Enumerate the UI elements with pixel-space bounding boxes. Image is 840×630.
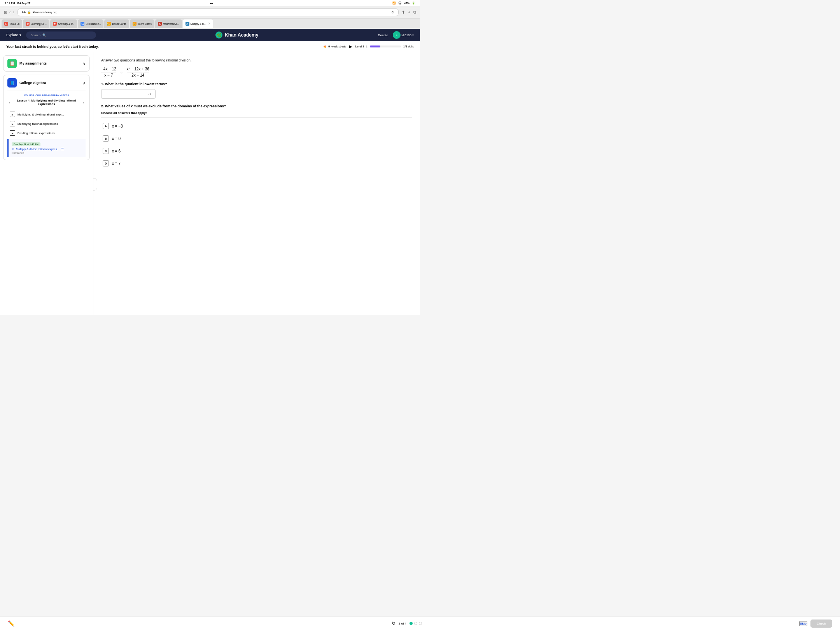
lesson-next-button[interactable]: ›: [83, 100, 84, 105]
streak-bar: Your last streak is behind you, so let's…: [0, 41, 420, 52]
divide-operator: ÷: [120, 70, 123, 75]
book-icon: 📘: [10, 81, 14, 85]
tab-anatomy[interactable]: ★ Anatomy & P...: [50, 19, 77, 28]
due-badge: Due Sep 27 at 1:40 PM: [12, 142, 40, 146]
reload-button[interactable]: ↻: [391, 10, 394, 14]
lesson-item-1[interactable]: ▶ Multiplying & dividing rational expr..…: [7, 110, 86, 119]
assignment-header: Due Sep 27 at 1:40 PM: [12, 142, 82, 147]
choice-b[interactable]: B x = 0: [101, 133, 412, 144]
tab-icon-340i: G: [80, 22, 84, 26]
user-menu[interactable]: s s26180 ▾: [393, 31, 414, 39]
tab-icon-montverde: X: [158, 22, 162, 26]
choice-c[interactable]: C x = 6: [101, 145, 412, 156]
url-bar[interactable]: AA 🔒 khanacademy.org ↻: [18, 8, 399, 16]
college-algebra-header[interactable]: 📘 College Algebra ∧: [7, 78, 86, 88]
lesson-item-label-1: Multiplying & dividing rational expr...: [18, 113, 64, 116]
play-icon-3: ▶: [12, 132, 14, 135]
assignments-chevron-icon: ∨: [83, 61, 86, 66]
skills-count: 1/3 skills: [403, 45, 414, 48]
lesson-items: ▶ Multiplying & dividing rational expr..…: [7, 110, 86, 157]
right-panel: ‹ Answer two questions about the followi…: [93, 52, 420, 315]
aa-label: AA: [22, 10, 26, 14]
browser-actions: ⬆ + ⧉: [402, 10, 416, 15]
question-2-label: 2. What values of x must we exclude from…: [101, 104, 412, 108]
assignment-list-icon: ☰: [61, 147, 64, 151]
lesson-item-label-2: Multiplying rational expressions: [18, 122, 58, 126]
explore-menu[interactable]: Explore ▾: [6, 33, 21, 37]
tab-icon-anatomy: ★: [53, 22, 57, 26]
info-icon: ℹ: [366, 45, 368, 48]
lesson-item-2[interactable]: ▶ Multiplying rational expressions: [7, 119, 86, 128]
status-bar: 1:11 PM Fri Sep 27 ••• 📶 🎧 47% 🔋: [0, 0, 420, 6]
play-button-1: ▶: [10, 112, 15, 117]
assignment-link[interactable]: ✏ Multiply & divide rational expres... ☰: [12, 147, 82, 151]
numerator-2: x² − 12x + 36: [127, 67, 149, 72]
fraction-left: −4x − 12 x − 7: [101, 67, 116, 77]
username: s26180: [401, 33, 411, 37]
play-icon-2: ▶: [12, 122, 14, 125]
choice-math-d: x = 7: [112, 161, 121, 166]
tab-learning[interactable]: ★ Learning Ce...: [23, 19, 49, 28]
denominator-2: 2x − 14: [131, 72, 144, 77]
denominator-1: x − 7: [104, 72, 113, 77]
tab-montverde[interactable]: X Montverde A...: [155, 19, 182, 28]
assignment-status: Not started: [12, 152, 82, 154]
sidebar-toggle-button[interactable]: ⊞: [4, 10, 7, 14]
lesson-item-label-3: Dividing rational expressions: [18, 131, 54, 135]
choices-separator: [101, 117, 412, 117]
choice-d[interactable]: D x = 7: [101, 158, 412, 169]
tab-label-boom1: Boom Cards: [112, 23, 126, 25]
tab-boom1[interactable]: 👑 Boom Cards: [104, 19, 129, 28]
lesson-item-3[interactable]: ▶ Dividing rational expressions: [7, 128, 86, 138]
day: Fri Sep 27: [17, 2, 30, 5]
dots-icon: •••: [210, 2, 213, 5]
collapse-panel-button[interactable]: ‹: [93, 178, 97, 191]
choice-a[interactable]: A x = −3: [101, 121, 412, 131]
streak-info: 🔥 0 week streak ▶ Level 3 ℹ 1/3 skills: [323, 44, 414, 49]
fraction-right: x² − 12x + 36 2x − 14: [127, 67, 149, 77]
explore-chevron-icon: ▾: [19, 33, 21, 37]
battery-icon: 🔋: [412, 2, 415, 5]
forward-button[interactable]: ›: [13, 10, 14, 14]
tab-boom2[interactable]: 👑 Boom Cards: [130, 19, 154, 28]
nav-bar: Explore ▾ Search 🔍 🌿 Khan Academy Donate…: [0, 29, 420, 41]
url-text: khanacademy.org: [33, 10, 57, 14]
search-bar[interactable]: Search 🔍: [26, 32, 96, 39]
choice-math-a: x = −3: [112, 124, 123, 128]
math-equation: −4x − 12 x − 7 ÷ x² − 12x + 36 2x − 14: [101, 67, 412, 77]
headphones-icon: 🎧: [398, 2, 402, 5]
tab-icon-boom1: 👑: [107, 22, 111, 26]
tab-texas[interactable]: E Texas Lo: [2, 19, 22, 28]
assignments-icon: 📋: [7, 59, 17, 68]
tab-340i[interactable]: G 340i used 2...: [78, 19, 103, 28]
new-tab-button[interactable]: +: [408, 10, 410, 14]
choice-math-b: x = 0: [112, 136, 121, 141]
choose-label: Choose all answers that apply:: [101, 111, 412, 115]
level-info: Level 3 ℹ 1/3 skills: [355, 45, 414, 48]
college-algebra-icon: 📘: [7, 78, 17, 88]
tabs-button[interactable]: ⧉: [413, 10, 416, 15]
back-button[interactable]: ‹: [9, 10, 10, 14]
flame-icon: 🔥: [323, 45, 327, 48]
question-1-label: 1. What is the quotient in lowest terms?: [101, 82, 412, 86]
math-input-tool-icon[interactable]: ÷x: [147, 92, 152, 96]
search-icon: 🔍: [42, 33, 46, 37]
nav-logo: 🌿 Khan Academy: [101, 32, 373, 38]
nav-right: Donate s s26180 ▾: [378, 31, 414, 39]
choice-letter-c: C: [103, 148, 109, 154]
choice-math-c: x = 6: [112, 149, 121, 153]
status-left: 1:11 PM Fri Sep 27: [5, 2, 30, 5]
browser-controls[interactable]: ⊞ ‹ ›: [4, 10, 14, 14]
my-assignments-section[interactable]: 📋 My assignments ∨: [3, 55, 90, 72]
tab-label-texas: Texas Lo: [9, 23, 19, 25]
tab-close-icon[interactable]: ✕: [208, 22, 210, 25]
college-algebra-label: College Algebra: [19, 81, 83, 85]
share-button[interactable]: ⬆: [402, 10, 405, 14]
tab-label-montverde: Montverde A...: [163, 23, 179, 25]
tab-label-340i: 340i used 2...: [86, 23, 101, 25]
donate-link[interactable]: Donate: [378, 33, 388, 37]
tab-multiply[interactable]: ✕ Multiply & di... ✕: [183, 19, 213, 28]
q2-label-after: must we exclude from the domains of the …: [134, 104, 226, 108]
answer-input-field[interactable]: ÷x: [101, 89, 156, 99]
tab-label-multiply: Multiply & di...: [191, 23, 206, 25]
